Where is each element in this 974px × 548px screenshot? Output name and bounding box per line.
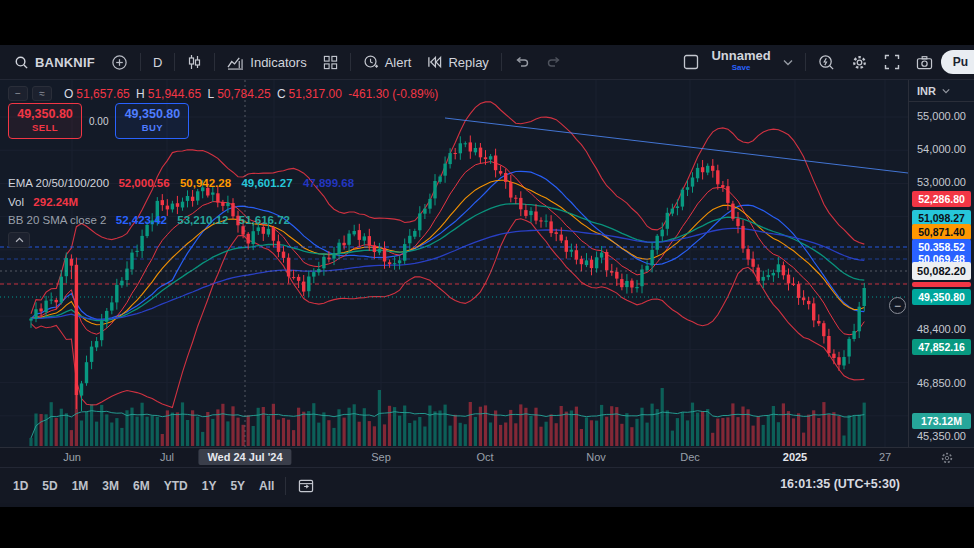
axis-gear-icon[interactable] bbox=[940, 451, 954, 465]
chevron-down-icon bbox=[942, 88, 950, 94]
tradingview-app: BANKNIF D Indicators Alert bbox=[0, 45, 974, 507]
layout-square-icon bbox=[683, 54, 699, 70]
ema200-value: 47,899.68 bbox=[303, 177, 354, 189]
time-tick-jun: Jun bbox=[63, 451, 81, 463]
range-3m[interactable]: 3M bbox=[95, 475, 126, 497]
chart-type-button[interactable] bbox=[179, 48, 210, 76]
range-5y[interactable]: 5Y bbox=[223, 475, 252, 497]
interval-button[interactable]: D bbox=[145, 48, 170, 76]
ema20-value: 52,000.56 bbox=[118, 177, 169, 189]
ema-low-badge: 47,852.16 bbox=[912, 339, 971, 355]
video-frame: BANKNIF D Indicators Alert bbox=[0, 0, 974, 548]
ohlc-values: O51,657.65 H51,944.65 L50,784.25 C51,317… bbox=[64, 87, 441, 101]
publish-button[interactable]: Pu bbox=[941, 50, 974, 74]
price-axis[interactable]: INR 55,000.0054,000.0053,000.0048,400.00… bbox=[908, 80, 974, 467]
camera-icon bbox=[916, 55, 933, 70]
price-label: 46,850.00 bbox=[917, 377, 966, 389]
currency-selector[interactable]: INR bbox=[909, 80, 974, 102]
minus-circle-icon[interactable]: − bbox=[889, 297, 906, 314]
trade-panel: 49,350.80 SELL 0.00 49,350.80 BUY bbox=[8, 103, 189, 139]
tradingview-logo[interactable]: TradingView bbox=[12, 446, 141, 447]
low-key: L bbox=[207, 87, 214, 101]
bb-upper-badge: 52,286.80 bbox=[912, 191, 971, 207]
range-6m[interactable]: 6M bbox=[126, 475, 157, 497]
chevron-up-icon[interactable] bbox=[8, 232, 30, 248]
range-all[interactable]: All bbox=[252, 475, 281, 497]
time-tick-2025: 2025 bbox=[783, 451, 807, 463]
range-5d[interactable]: 5D bbox=[35, 475, 64, 497]
replay-label: Replay bbox=[448, 55, 488, 70]
time-tick-nov: Nov bbox=[586, 451, 606, 463]
range-ytd[interactable]: YTD bbox=[157, 475, 195, 497]
ema100-value: 49,601.27 bbox=[241, 177, 292, 189]
redo-button[interactable] bbox=[538, 48, 570, 76]
buy-button[interactable]: 49,350.80 BUY bbox=[115, 103, 189, 139]
indicators-button[interactable]: Indicators bbox=[219, 48, 314, 76]
crosshair-price-badge: 50,082.20 bbox=[912, 262, 971, 280]
vol-value: 292.24M bbox=[33, 196, 78, 208]
volume-legend[interactable]: Vol 292.24M bbox=[8, 195, 85, 209]
legend-collapse-row bbox=[8, 232, 30, 248]
compare-add-button[interactable] bbox=[103, 48, 136, 76]
gear-icon bbox=[851, 54, 868, 71]
chart-pane[interactable]: − ≈ O51,657.65 H51,944.65 L50,784.25 C51… bbox=[0, 80, 908, 447]
symbol-name: BANKNIF bbox=[35, 55, 95, 70]
grid-layout-icon bbox=[323, 55, 338, 70]
replay-button[interactable]: Replay bbox=[419, 48, 496, 76]
range-1d[interactable]: 1D bbox=[6, 475, 35, 497]
layout-menu-chevron[interactable] bbox=[775, 48, 801, 76]
alert-clock-icon bbox=[363, 54, 379, 70]
volume-ma-badge: 173.12M bbox=[912, 413, 971, 429]
session-clock[interactable]: 16:01:35 (UTC+5:30) bbox=[780, 477, 900, 491]
symbol-search-button[interactable]: BANKNIF bbox=[6, 48, 103, 76]
flash-search-icon bbox=[818, 54, 835, 71]
undo-button[interactable] bbox=[506, 48, 538, 76]
sell-price: 49,350.80 bbox=[17, 107, 73, 121]
chevron-down-icon bbox=[783, 59, 793, 66]
snapshot-button[interactable] bbox=[908, 48, 941, 76]
alert-label: Alert bbox=[385, 55, 412, 70]
high-value: 51,944.65 bbox=[148, 87, 201, 101]
time-tick-oct: Oct bbox=[476, 451, 493, 463]
ema-legend[interactable]: EMA 20/50/100/200 52,000.56 50,942.28 49… bbox=[8, 176, 361, 190]
alert-button[interactable]: Alert bbox=[355, 48, 420, 76]
divider bbox=[174, 53, 175, 71]
undo-icon bbox=[514, 55, 530, 69]
range-1m[interactable]: 1M bbox=[65, 475, 96, 497]
settings-button[interactable] bbox=[843, 48, 876, 76]
price-label: 45,350.00 bbox=[917, 430, 966, 442]
bb-legend[interactable]: BB 20 SMA close 2 52,423.42 53,210.12 51… bbox=[8, 213, 297, 227]
price-label: 53,000.00 bbox=[917, 176, 966, 188]
currency-label: INR bbox=[917, 85, 936, 97]
last-trade-badge: 49,350.80 bbox=[912, 289, 971, 305]
bb-upper-value: 53,210.12 bbox=[177, 214, 228, 226]
layout-select-button[interactable] bbox=[675, 48, 707, 76]
legend-more-button[interactable]: ≈ bbox=[32, 86, 52, 101]
legend-collapse-button[interactable]: − bbox=[8, 86, 28, 101]
range-1y[interactable]: 1Y bbox=[195, 475, 224, 497]
go-to-date-button[interactable] bbox=[290, 472, 322, 500]
bb-name: BB 20 SMA close 2 bbox=[8, 214, 106, 226]
fullscreen-button[interactable] bbox=[876, 48, 908, 76]
time-axis[interactable]: Wed 24 Jul '24 JunJulSepOctNovDec202527 bbox=[0, 447, 974, 467]
layout-name: Unnamed bbox=[711, 50, 770, 62]
save-link[interactable]: Save bbox=[732, 62, 751, 74]
quick-search-button[interactable] bbox=[810, 48, 843, 76]
tradingview-logo-icon bbox=[12, 446, 34, 447]
bottom-toolbar: 1D5D1M3M6MYTD1Y5YAll 16:01:35 (UTC+5:30) bbox=[0, 467, 974, 503]
sell-button[interactable]: 49,350.80 SELL bbox=[8, 103, 82, 139]
change-value: -461.30 (-0.89%) bbox=[348, 87, 438, 101]
date-range-switcher: 1D5D1M3M6MYTD1Y5YAll bbox=[6, 475, 281, 497]
price-label: 54,000.00 bbox=[917, 143, 966, 155]
plus-circle-icon bbox=[111, 54, 128, 71]
time-tick-jul: Jul bbox=[160, 451, 174, 463]
time-tick-dec: Dec bbox=[680, 451, 700, 463]
indicators-icon bbox=[227, 55, 244, 70]
divider bbox=[805, 53, 806, 71]
layout-name-button[interactable]: Unnamed Save bbox=[707, 50, 774, 74]
interval-label: D bbox=[153, 55, 162, 70]
divider bbox=[350, 53, 351, 71]
crosshair-date-label: Wed 24 Jul '24 bbox=[198, 449, 291, 465]
divider bbox=[285, 477, 286, 495]
indicator-templates-button[interactable] bbox=[315, 48, 346, 76]
